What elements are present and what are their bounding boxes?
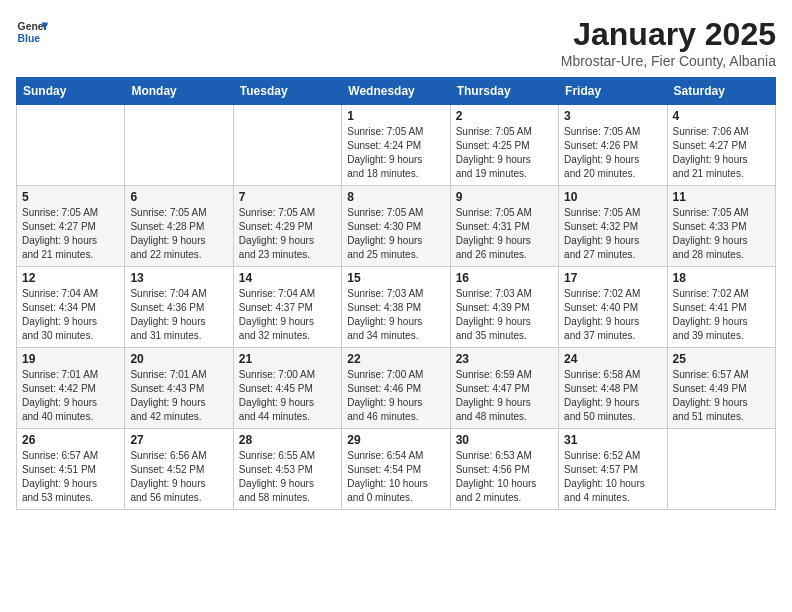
day-number: 29 [347,433,444,447]
day-number: 7 [239,190,336,204]
day-info: Sunrise: 6:57 AM Sunset: 4:49 PM Dayligh… [673,368,770,424]
day-info: Sunrise: 7:04 AM Sunset: 4:36 PM Dayligh… [130,287,227,343]
calendar-cell: 17Sunrise: 7:02 AM Sunset: 4:40 PM Dayli… [559,267,667,348]
day-number: 24 [564,352,661,366]
day-info: Sunrise: 7:05 AM Sunset: 4:33 PM Dayligh… [673,206,770,262]
calendar-cell: 15Sunrise: 7:03 AM Sunset: 4:38 PM Dayli… [342,267,450,348]
calendar-subtitle: Mbrostar-Ure, Fier County, Albania [561,53,776,69]
day-info: Sunrise: 7:04 AM Sunset: 4:37 PM Dayligh… [239,287,336,343]
calendar-cell: 26Sunrise: 6:57 AM Sunset: 4:51 PM Dayli… [17,429,125,510]
day-number: 15 [347,271,444,285]
weekday-header-friday: Friday [559,78,667,105]
logo: General Blue [16,16,48,48]
calendar-cell: 16Sunrise: 7:03 AM Sunset: 4:39 PM Dayli… [450,267,558,348]
calendar-cell: 18Sunrise: 7:02 AM Sunset: 4:41 PM Dayli… [667,267,775,348]
day-info: Sunrise: 7:02 AM Sunset: 4:41 PM Dayligh… [673,287,770,343]
day-info: Sunrise: 7:05 AM Sunset: 4:29 PM Dayligh… [239,206,336,262]
day-number: 17 [564,271,661,285]
calendar-cell: 9Sunrise: 7:05 AM Sunset: 4:31 PM Daylig… [450,186,558,267]
calendar-cell: 27Sunrise: 6:56 AM Sunset: 4:52 PM Dayli… [125,429,233,510]
weekday-header-thursday: Thursday [450,78,558,105]
day-number: 28 [239,433,336,447]
day-number: 20 [130,352,227,366]
day-info: Sunrise: 6:59 AM Sunset: 4:47 PM Dayligh… [456,368,553,424]
weekday-header-tuesday: Tuesday [233,78,341,105]
day-number: 2 [456,109,553,123]
day-info: Sunrise: 6:55 AM Sunset: 4:53 PM Dayligh… [239,449,336,505]
calendar-header: SundayMondayTuesdayWednesdayThursdayFrid… [17,78,776,105]
day-number: 22 [347,352,444,366]
calendar-cell: 6Sunrise: 7:05 AM Sunset: 4:28 PM Daylig… [125,186,233,267]
calendar-cell: 11Sunrise: 7:05 AM Sunset: 4:33 PM Dayli… [667,186,775,267]
day-info: Sunrise: 7:01 AM Sunset: 4:42 PM Dayligh… [22,368,119,424]
day-info: Sunrise: 6:57 AM Sunset: 4:51 PM Dayligh… [22,449,119,505]
day-info: Sunrise: 7:05 AM Sunset: 4:28 PM Dayligh… [130,206,227,262]
calendar-cell: 10Sunrise: 7:05 AM Sunset: 4:32 PM Dayli… [559,186,667,267]
calendar-cell: 31Sunrise: 6:52 AM Sunset: 4:57 PM Dayli… [559,429,667,510]
day-info: Sunrise: 7:01 AM Sunset: 4:43 PM Dayligh… [130,368,227,424]
day-info: Sunrise: 6:56 AM Sunset: 4:52 PM Dayligh… [130,449,227,505]
calendar-cell: 14Sunrise: 7:04 AM Sunset: 4:37 PM Dayli… [233,267,341,348]
day-info: Sunrise: 7:05 AM Sunset: 4:27 PM Dayligh… [22,206,119,262]
weekday-header-saturday: Saturday [667,78,775,105]
day-number: 3 [564,109,661,123]
calendar-cell: 8Sunrise: 7:05 AM Sunset: 4:30 PM Daylig… [342,186,450,267]
calendar-cell: 24Sunrise: 6:58 AM Sunset: 4:48 PM Dayli… [559,348,667,429]
calendar-cell: 4Sunrise: 7:06 AM Sunset: 4:27 PM Daylig… [667,105,775,186]
day-info: Sunrise: 7:00 AM Sunset: 4:46 PM Dayligh… [347,368,444,424]
day-info: Sunrise: 7:06 AM Sunset: 4:27 PM Dayligh… [673,125,770,181]
day-info: Sunrise: 6:54 AM Sunset: 4:54 PM Dayligh… [347,449,444,505]
calendar-cell: 25Sunrise: 6:57 AM Sunset: 4:49 PM Dayli… [667,348,775,429]
day-number: 18 [673,271,770,285]
day-number: 10 [564,190,661,204]
calendar-cell: 30Sunrise: 6:53 AM Sunset: 4:56 PM Dayli… [450,429,558,510]
calendar-cell: 3Sunrise: 7:05 AM Sunset: 4:26 PM Daylig… [559,105,667,186]
calendar-week-row: 26Sunrise: 6:57 AM Sunset: 4:51 PM Dayli… [17,429,776,510]
day-number: 4 [673,109,770,123]
calendar-cell: 23Sunrise: 6:59 AM Sunset: 4:47 PM Dayli… [450,348,558,429]
calendar-cell: 1Sunrise: 7:05 AM Sunset: 4:24 PM Daylig… [342,105,450,186]
weekday-header-wednesday: Wednesday [342,78,450,105]
day-info: Sunrise: 7:05 AM Sunset: 4:24 PM Dayligh… [347,125,444,181]
weekday-header-sunday: Sunday [17,78,125,105]
calendar-cell: 22Sunrise: 7:00 AM Sunset: 4:46 PM Dayli… [342,348,450,429]
calendar-title: January 2025 [561,16,776,53]
day-number: 1 [347,109,444,123]
day-number: 12 [22,271,119,285]
calendar-cell: 19Sunrise: 7:01 AM Sunset: 4:42 PM Dayli… [17,348,125,429]
day-number: 23 [456,352,553,366]
day-number: 30 [456,433,553,447]
calendar-cell [233,105,341,186]
day-number: 13 [130,271,227,285]
day-info: Sunrise: 7:05 AM Sunset: 4:26 PM Dayligh… [564,125,661,181]
day-number: 14 [239,271,336,285]
calendar-week-row: 5Sunrise: 7:05 AM Sunset: 4:27 PM Daylig… [17,186,776,267]
calendar-cell [667,429,775,510]
weekday-header-row: SundayMondayTuesdayWednesdayThursdayFrid… [17,78,776,105]
day-number: 11 [673,190,770,204]
day-number: 8 [347,190,444,204]
day-info: Sunrise: 7:03 AM Sunset: 4:38 PM Dayligh… [347,287,444,343]
day-info: Sunrise: 7:03 AM Sunset: 4:39 PM Dayligh… [456,287,553,343]
calendar-cell: 12Sunrise: 7:04 AM Sunset: 4:34 PM Dayli… [17,267,125,348]
logo-icon: General Blue [16,16,48,48]
calendar-week-row: 19Sunrise: 7:01 AM Sunset: 4:42 PM Dayli… [17,348,776,429]
day-number: 9 [456,190,553,204]
calendar-cell: 28Sunrise: 6:55 AM Sunset: 4:53 PM Dayli… [233,429,341,510]
calendar-body: 1Sunrise: 7:05 AM Sunset: 4:24 PM Daylig… [17,105,776,510]
day-info: Sunrise: 7:05 AM Sunset: 4:31 PM Dayligh… [456,206,553,262]
day-info: Sunrise: 7:05 AM Sunset: 4:30 PM Dayligh… [347,206,444,262]
day-number: 27 [130,433,227,447]
day-number: 16 [456,271,553,285]
day-number: 5 [22,190,119,204]
title-block: January 2025 Mbrostar-Ure, Fier County, … [561,16,776,69]
day-info: Sunrise: 6:52 AM Sunset: 4:57 PM Dayligh… [564,449,661,505]
calendar-cell: 20Sunrise: 7:01 AM Sunset: 4:43 PM Dayli… [125,348,233,429]
day-info: Sunrise: 7:05 AM Sunset: 4:25 PM Dayligh… [456,125,553,181]
calendar-week-row: 1Sunrise: 7:05 AM Sunset: 4:24 PM Daylig… [17,105,776,186]
page-header: General Blue January 2025 Mbrostar-Ure, … [16,16,776,69]
day-number: 25 [673,352,770,366]
day-info: Sunrise: 7:05 AM Sunset: 4:32 PM Dayligh… [564,206,661,262]
calendar-week-row: 12Sunrise: 7:04 AM Sunset: 4:34 PM Dayli… [17,267,776,348]
day-number: 6 [130,190,227,204]
